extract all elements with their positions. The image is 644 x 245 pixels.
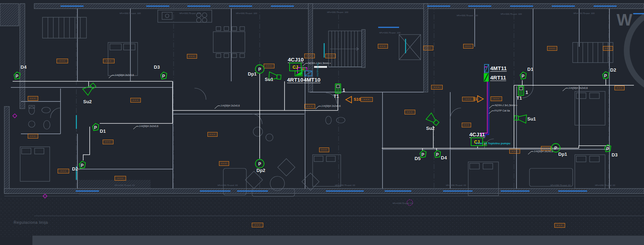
room-tag[interactable]: ·▪·▪·▪· — [463, 44, 473, 49]
room-tag[interactable]: ·▪·▪·▪· — [319, 148, 329, 152]
elevation-note: hPv=299,75+pod. 03 — [218, 184, 238, 186]
device-label: D1 — [100, 129, 106, 133]
cad-viewport[interactable]: J-H(St)H 2x2x0,6J-H(St)H 2x2x0,6J-H(St)H… — [0, 0, 644, 245]
room-tag[interactable]: ·▪·▪·▪· — [603, 46, 613, 51]
device-label: D2 — [72, 167, 78, 171]
keypad-t1[interactable] — [518, 86, 524, 96]
room-tag[interactable]: ·▪·▪·▪· — [554, 223, 565, 228]
watermark-letter: W — [617, 12, 632, 28]
room-tag[interactable]: ·▪·▪·▪· — [187, 54, 197, 59]
room-tag[interactable]: ·▪·▪·▪· — [57, 59, 68, 63]
room-tag[interactable]: ·▪·▪·▪· — [103, 59, 115, 63]
device-label: D3 — [612, 153, 618, 157]
room-tag[interactable]: ·▪·▪·▪· — [130, 98, 141, 103]
label-leader — [528, 151, 533, 154]
label-leader — [563, 88, 568, 91]
device-label: Dp2 — [256, 168, 265, 173]
room-tag[interactable]: ·▪·▪·▪· — [614, 86, 625, 90]
device-label: D4 — [441, 155, 447, 160]
section-marker-label: S10 — [354, 97, 361, 101]
room-tag[interactable]: ·▪·▪·▪· — [252, 223, 263, 227]
svg-text:P: P — [81, 163, 84, 168]
cable-type-label: J-H(St)H 2x2x0,6 — [568, 87, 588, 89]
cable-type-label: F/UTP Cat 6a — [495, 109, 510, 112]
pir-detector-d3[interactable]: P — [160, 71, 170, 81]
room-tag[interactable]: ·▪·▪·▪· — [361, 97, 373, 102]
room-tag[interactable]: ·▪·▪·▪· — [423, 46, 433, 50]
label-leader — [489, 105, 495, 108]
room-tag[interactable]: ·▪·▪·▪· — [207, 132, 218, 137]
elevation-note: hPv=299,75+pod. 03 — [393, 202, 413, 204]
room-tag[interactable]: ·▪·▪·▪· — [378, 44, 388, 49]
pir-detector-d4[interactable]: P — [13, 71, 23, 81]
cable-type-label: N2XH-J 3x1,5mm² ▪ — [308, 62, 331, 64]
elevation-note: hPv=300,75+poz. 100 — [327, 11, 348, 13]
device-label: D4 — [21, 65, 27, 69]
room-tag[interactable]: ·▪·▪·▪· — [28, 134, 38, 139]
svg-text:P: P — [15, 74, 18, 79]
module-title: 4RT11 — [490, 75, 506, 80]
room-tag[interactable]: ·▪·▪·▪· — [28, 96, 38, 101]
module-4mt10[interactable] — [304, 71, 312, 76]
room-tag[interactable]: ·▪·▪·▪· — [491, 96, 502, 101]
svg-text:G: G — [302, 68, 304, 71]
data-cable-blue[interactable] — [485, 82, 489, 137]
keypad-t1[interactable] — [335, 83, 341, 94]
device-label: T1 — [516, 96, 522, 100]
elevation-note: hPv=300,75+poz. 100 — [179, 12, 201, 14]
pir-detector-d2[interactable]: P — [78, 160, 88, 171]
device-label: Su2 — [83, 99, 92, 104]
room-tag[interactable]: ·▪·▪·▪· — [431, 85, 443, 90]
room-tag[interactable]: ·▪·▪·▪· — [509, 149, 520, 154]
siren-su2[interactable] — [426, 115, 439, 124]
cable-type-label: N2XH-J 3x1,5mm² ▪ — [495, 104, 517, 106]
elevation-note: hPv=300,75+poz. 100 — [501, 13, 522, 15]
riser-cable-note: F/UTP Cat.6a — [317, 63, 319, 76]
siren-su2[interactable] — [83, 84, 96, 93]
room-tag[interactable]: ·▪·▪·▪· — [304, 104, 315, 109]
room-tag[interactable]: ·▪·▪·▪· — [325, 54, 336, 58]
section-marker-label: 11 — [473, 97, 477, 101]
heat-pump-note: Prikl. za Toplotnu pumpu — [476, 142, 510, 145]
module-title: 4MT10 — [304, 77, 321, 82]
cable-type-label: J-H(St)H 2x2x0,6 — [115, 74, 134, 76]
elevation-note: hPv=300,75+poz. 100 — [573, 12, 595, 14]
device-label: D5 — [415, 156, 421, 161]
section-arrow-right[interactable] — [478, 96, 483, 102]
label-leader — [215, 106, 220, 109]
svg-text:P: P — [554, 146, 557, 151]
svg-text:P: P — [604, 73, 607, 78]
room-tag[interactable]: ·▪·▪·▪· — [103, 140, 113, 144]
room-tag[interactable]: ·▪·▪·▪· — [304, 54, 315, 58]
siren-su1[interactable] — [514, 114, 527, 123]
room-tag[interactable]: ·▪·▪·▪· — [58, 169, 69, 173]
room-tag[interactable]: ·▪·▪·▪· — [462, 123, 471, 127]
room-tag[interactable]: ·▪·▪·▪· — [264, 64, 274, 68]
module-title: 4RT10 — [287, 77, 303, 82]
room-tag[interactable]: ·▪·▪·▪· — [219, 161, 229, 166]
svg-text:P: P — [522, 74, 524, 79]
device-label: T1 — [334, 94, 339, 99]
device-label: Su1 — [265, 77, 273, 82]
module-4rt11[interactable] — [484, 73, 489, 82]
keypad-zone-number: 1 — [526, 90, 528, 95]
device-label: D3 — [154, 65, 160, 69]
room-tag[interactable]: ·▪·▪·▪· — [541, 146, 551, 151]
module-4rt10[interactable] — [295, 71, 303, 76]
pir-detector-d1[interactable]: P — [519, 71, 529, 81]
room-tag[interactable]: ·▪·▪·▪· — [547, 46, 557, 51]
module-4mt11[interactable] — [484, 64, 489, 73]
label-leader — [489, 111, 494, 114]
elevation-note: hPv=300,75+poz. 100 — [457, 14, 478, 17]
svg-text:P: P — [606, 146, 609, 151]
elevation-note: hPv=300,75+poz. 100 — [236, 12, 257, 14]
section-arrow-left[interactable] — [346, 96, 352, 103]
alarm-cable[interactable] — [83, 127, 90, 160]
label-leader — [109, 75, 114, 78]
svg-text:P: P — [258, 67, 261, 72]
room-tag[interactable]: ·▪·▪·▪· — [115, 176, 126, 181]
device-label: D2 — [610, 68, 616, 72]
svg-text:CJ: CJ — [292, 65, 298, 70]
room-tag[interactable]: ·▪·▪·▪· — [404, 110, 415, 114]
elevation-note: hPv=299,75+pod. 03 — [595, 184, 615, 186]
